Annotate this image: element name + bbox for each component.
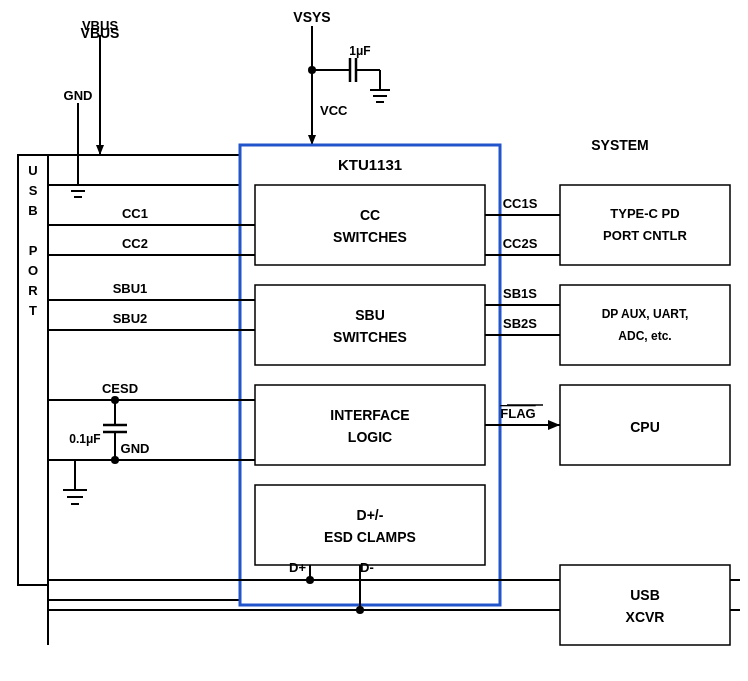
cc-switches-label1: CC (360, 207, 380, 223)
sbu-switches-block (255, 285, 485, 365)
usb-label-u: U (28, 163, 37, 178)
vsys-label: VSYS (293, 9, 330, 25)
sbu-switches-label1: SBU (355, 307, 385, 323)
esd-clamps-label1: D+/- (357, 507, 384, 523)
usb-label-s: S (29, 183, 38, 198)
dplus-label: D+ (289, 560, 306, 575)
vcc-label: VCC (320, 103, 348, 118)
usb-label-b: B (28, 203, 37, 218)
interface-logic-block (255, 385, 485, 465)
diagram-container: U S B P O R T VBUS (0, 0, 748, 681)
ic-name-label: KTU1131 (338, 156, 402, 173)
flag-label: FLAG (500, 406, 535, 421)
vbus-signal: VBUS (81, 25, 120, 41)
esd-clamps-block (255, 485, 485, 565)
dp-aux-label2: ADC, etc. (618, 329, 671, 343)
sb2s-label: SB2S (503, 316, 537, 331)
usb-xcvr-label1: USB (630, 587, 660, 603)
port-label-o: O (28, 263, 38, 278)
esd-clamps-label2: ESD CLAMPS (324, 529, 416, 545)
svg-rect-1 (18, 155, 48, 585)
gnd-label-top: GND (64, 88, 93, 103)
sbu2-label: SBU2 (113, 311, 148, 326)
cap-01uf-label: 0.1μF (69, 432, 100, 446)
sbu-switches-label2: SWITCHES (333, 329, 407, 345)
gnd-label-bottom: GND (121, 441, 150, 456)
cc-switches-block (255, 185, 485, 265)
type-c-pd-label2: PORT CNTLR (603, 228, 687, 243)
type-c-pd-label1: TYPE-C PD (610, 206, 679, 221)
dminus-label: D- (360, 560, 374, 575)
port-label-t: T (29, 303, 37, 318)
cesd-label: CESD (102, 381, 138, 396)
cc1-label: CC1 (122, 206, 148, 221)
dp-aux-label1: DP AUX, UART, (602, 307, 689, 321)
cc1s-label: CC1S (503, 196, 538, 211)
cpu-label: CPU (630, 419, 660, 435)
usb-xcvr-label2: XCVR (626, 609, 665, 625)
port-label-p: P (29, 243, 38, 258)
system-label: SYSTEM (591, 137, 649, 153)
dp-aux-block (560, 285, 730, 365)
interface-logic-label1: INTERFACE (330, 407, 409, 423)
cap-1uf-label: 1μF (349, 44, 370, 58)
cc-switches-label2: SWITCHES (333, 229, 407, 245)
type-c-pd-block (560, 185, 730, 265)
cc2-label: CC2 (122, 236, 148, 251)
interface-logic-label2: LOGIC (348, 429, 392, 445)
usb-xcvr-block (560, 565, 730, 645)
sbu1-label: SBU1 (113, 281, 148, 296)
cc2s-label: CC2S (503, 236, 538, 251)
sb1s-label: SB1S (503, 286, 537, 301)
port-label-r: R (28, 283, 38, 298)
